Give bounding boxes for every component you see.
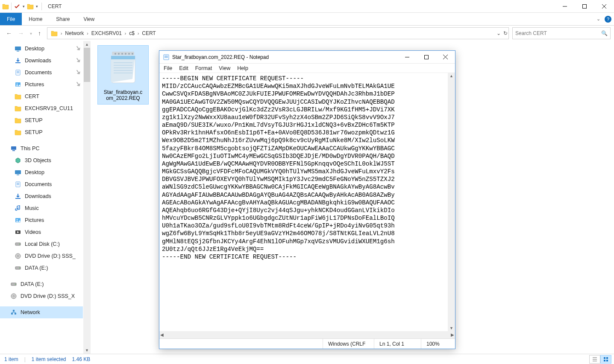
nav-label: CERT — [25, 93, 39, 99]
nav-scrollbar[interactable]: ▲ ▼ — [83, 41, 91, 354]
notepad-hscrollbar[interactable]: ◀ ▶ — [159, 331, 455, 338]
qat-dropdown-icon[interactable]: ▾ — [21, 4, 26, 9]
nav-label: EXCHSRV19_CU11 — [25, 105, 73, 111]
nav-network[interactable]: Network — [0, 306, 83, 318]
nav-item-data-e-[interactable]: DATA (E:) — [0, 262, 83, 274]
svg-rect-29 — [424, 55, 428, 59]
maximize-button[interactable] — [575, 0, 594, 12]
nav-item-documents[interactable]: Documents — [0, 178, 83, 190]
svg-point-21 — [121, 53, 123, 55]
notepad-menu-view[interactable]: View — [219, 65, 230, 71]
notepad-maximize-button[interactable] — [417, 51, 436, 63]
search-input[interactable]: Search CERT 🔍 — [512, 27, 611, 39]
scroll-down-icon[interactable]: ▼ — [449, 325, 454, 331]
svg-point-20 — [118, 53, 120, 55]
nav-item-setup[interactable]: SETUP — [0, 114, 83, 126]
help-icon[interactable]: ? — [605, 16, 611, 23]
nav-item-dvd-drive-d-sss-[interactable]: DVD Drive (D:) SSS_ — [0, 250, 83, 262]
notepad-text[interactable]: -----BEGIN NEW CERTIFICATE REQUEST----- … — [159, 73, 448, 338]
close-button[interactable] — [594, 0, 614, 12]
address-dropdown-icon[interactable]: ⌄ — [496, 30, 501, 36]
scroll-down-icon[interactable]: ▼ — [85, 347, 89, 354]
file-item[interactable]: Star_firatboyan.c om_2022.REQ — [97, 45, 149, 105]
pc-icon — [10, 145, 17, 152]
notepad-minimize-button[interactable] — [397, 51, 417, 63]
chevron-right-icon[interactable]: › — [85, 31, 89, 36]
tab-share[interactable]: Share — [49, 13, 76, 25]
folder-icon — [15, 129, 21, 136]
back-button[interactable]: ← — [6, 30, 12, 37]
scroll-up-icon[interactable]: ▲ — [449, 73, 454, 79]
nav-item-local-disk-c-[interactable]: Local Disk (C:) — [0, 238, 83, 250]
nav-item-data-e-[interactable]: DATA (E:) — [0, 278, 83, 290]
pictures-icon — [15, 217, 21, 224]
notepad-icon — [163, 54, 170, 61]
nav-item-videos[interactable]: Videos — [0, 226, 83, 238]
notepad-status-zoom: 100% — [421, 339, 455, 349]
nav-label: DATA (E:) — [25, 265, 48, 271]
notepad-menu-edit[interactable]: Edit — [179, 65, 188, 71]
up-button[interactable]: ↑ — [38, 30, 41, 37]
notepad-status-pos: Ln 1, Col 1 — [374, 339, 421, 349]
nav-item-pictures[interactable]: Pictures — [0, 79, 83, 90]
notepad-title: Star_firatboyan.com_2022.REQ - Notepad — [172, 54, 269, 60]
breadcrumb-seg[interactable]: c$ — [127, 30, 136, 36]
nav-label: DVD Drive (D:) SSS_X — [21, 293, 75, 299]
recent-dropdown-icon[interactable]: ▾ — [30, 31, 32, 36]
breadcrumb-seg[interactable]: Network — [63, 30, 85, 36]
scroll-right-icon[interactable]: ▶ — [451, 332, 454, 337]
nav-item-desktop[interactable]: Desktop — [0, 43, 83, 55]
qat-customize-icon[interactable]: ▾ — [34, 4, 40, 9]
view-large-icons-button[interactable] — [600, 355, 611, 364]
nav-item-pictures[interactable]: Pictures — [0, 214, 83, 226]
videos-icon — [15, 229, 21, 236]
chevron-right-icon[interactable]: › — [123, 31, 127, 36]
notepad-menu-file[interactable]: File — [164, 65, 172, 71]
address-row: ← → ▾ ↑ › Network › EXCHSRV01 › c$ › CER… — [0, 26, 614, 41]
nav-item-music[interactable]: Music — [0, 202, 83, 214]
search-icon: 🔍 — [601, 30, 608, 36]
notepad-window[interactable]: Star_firatboyan.com_2022.REQ - Notepad F… — [159, 50, 455, 349]
svg-rect-27 — [604, 360, 605, 361]
explorer-titlebar: ▾ ▾ CERT — [0, 0, 614, 13]
notepad-titlebar[interactable]: Star_firatboyan.com_2022.REQ - Notepad — [159, 51, 455, 64]
notepad-menu-help[interactable]: Help — [237, 65, 248, 71]
breadcrumb-seg[interactable]: EXCHSRV01 — [90, 30, 123, 36]
notepad-menu: File Edit Format View Help — [159, 64, 455, 73]
minimize-button[interactable] — [555, 0, 575, 12]
tab-home[interactable]: Home — [22, 13, 49, 25]
breadcrumb-seg[interactable]: CERT — [140, 30, 157, 36]
scroll-up-icon[interactable]: ▲ — [85, 41, 89, 48]
nav-item-setup[interactable]: SETUP — [0, 126, 83, 138]
address-bar[interactable]: › Network › EXCHSRV01 › c$ › CERT ⌄ ↻ — [47, 27, 509, 39]
notepad-close-button[interactable] — [436, 51, 455, 63]
nav-item-3d-objects[interactable]: 3D Objects — [0, 154, 83, 166]
chevron-right-icon[interactable]: › — [59, 31, 63, 36]
req-file-icon — [106, 48, 140, 87]
refresh-icon[interactable]: ↻ — [503, 30, 508, 36]
chevron-right-icon[interactable]: › — [136, 31, 140, 36]
scroll-thumb[interactable] — [84, 48, 90, 82]
properties-check-icon[interactable] — [13, 3, 21, 10]
view-details-button[interactable] — [589, 355, 600, 364]
svg-rect-28 — [606, 360, 608, 361]
address-root-icon[interactable] — [49, 30, 59, 37]
nav-item-cert[interactable]: CERT — [0, 90, 83, 102]
forward-button[interactable]: → — [18, 30, 24, 37]
nav-item-exchsrv19-cu11[interactable]: EXCHSRV19_CU11 — [0, 102, 83, 114]
notepad-menu-format[interactable]: Format — [195, 65, 212, 71]
scroll-left-icon[interactable]: ◀ — [160, 332, 164, 337]
tab-file[interactable]: File — [0, 13, 22, 25]
tab-view[interactable]: View — [76, 13, 101, 25]
nav-this-pc[interactable]: This PC — [0, 143, 83, 154]
notepad-vscrollbar[interactable]: ▲ ▼ — [448, 73, 455, 331]
nav-item-desktop[interactable]: Desktop — [0, 166, 83, 178]
network-icon — [10, 309, 17, 316]
nav-item-downloads[interactable]: Downloads — [0, 190, 83, 202]
nav-item-documents[interactable]: Documents — [0, 67, 83, 79]
dvd-icon — [10, 293, 17, 300]
notepad-statusbar: Windows (CRLF Ln 1, Col 1 100% — [159, 338, 455, 349]
nav-item-dvd-drive-d-sss-x[interactable]: DVD Drive (D:) SSS_X — [0, 290, 83, 302]
nav-item-downloads[interactable]: Downloads — [0, 55, 83, 67]
ribbon-expand-icon[interactable]: ⌄ — [596, 16, 600, 22]
